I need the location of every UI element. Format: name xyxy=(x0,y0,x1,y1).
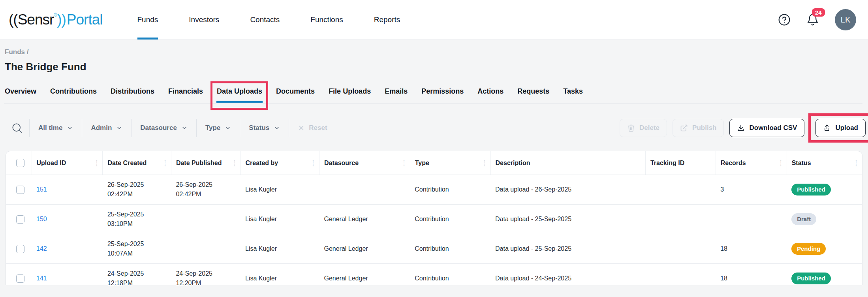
cell-type: Contribution xyxy=(410,175,490,205)
cell-type: Contribution xyxy=(410,205,490,234)
tab-documents[interactable]: Documents xyxy=(276,86,315,96)
upload-id-link[interactable]: 141 xyxy=(36,275,47,282)
cell-tracking-id xyxy=(645,264,716,286)
select-all-checkbox[interactable] xyxy=(16,159,24,167)
column-label: Date Created xyxy=(107,160,147,167)
row-checkbox[interactable] xyxy=(16,186,24,194)
chevron-down-icon xyxy=(116,125,122,131)
top-header: ((Sensr®))Portal Funds Investors Contact… xyxy=(0,0,868,40)
column-label: Status xyxy=(792,160,811,167)
filter-label: All time xyxy=(38,124,62,132)
breadcrumb[interactable]: Funds / xyxy=(4,48,862,56)
column-header-id[interactable]: Upload ID↑↓ xyxy=(32,151,103,175)
column-header-records[interactable]: Records↑↓ xyxy=(716,151,787,175)
page-content: Funds / The Bridge Fund Overview Contrib… xyxy=(0,40,868,285)
brand-logo[interactable]: ((Sensr®))Portal xyxy=(9,11,102,28)
publish-button[interactable]: Publish xyxy=(673,119,724,137)
status-badge: Pending xyxy=(791,243,826,255)
nav-item-functions[interactable]: Functions xyxy=(310,0,343,39)
cell-date-published: 24-Sep-202512:20PM xyxy=(171,264,240,286)
cell-datasource: General Ledger xyxy=(319,205,410,234)
chevron-down-icon xyxy=(67,125,73,131)
column-header-created[interactable]: Date Created↑↓ xyxy=(103,151,171,175)
topbar-right: 24 LK xyxy=(778,9,856,30)
column-header-datasource[interactable]: Datasource↑↓ xyxy=(319,151,410,175)
search-button[interactable] xyxy=(11,122,23,134)
data-uploads-table-card: Upload ID↑↓Date Created↑↓Date Published↑… xyxy=(6,151,862,285)
column-header-published[interactable]: Date Published↑↓ xyxy=(171,151,240,175)
logo-close-parens: )) xyxy=(57,11,66,28)
reset-filters-button[interactable]: Reset xyxy=(289,124,336,132)
tab-distributions[interactable]: Distributions xyxy=(111,86,154,96)
sort-arrows-icon[interactable]: ↑↓ xyxy=(95,160,98,167)
sort-arrows-icon[interactable]: ↑↓ xyxy=(483,160,486,167)
column-label: Date Published xyxy=(176,160,222,167)
tab-financials[interactable]: Financials xyxy=(168,86,203,96)
upload-id-link[interactable]: 151 xyxy=(36,186,47,193)
column-header-type[interactable]: Type↑↓ xyxy=(410,151,490,175)
avatar[interactable]: LK xyxy=(835,9,856,30)
column-label: Created by xyxy=(246,160,278,167)
notifications-button[interactable]: 24 xyxy=(806,13,819,26)
help-button[interactable] xyxy=(778,13,791,26)
delete-button[interactable]: Delete xyxy=(620,119,667,137)
chevron-down-icon xyxy=(181,125,188,131)
cell-description: Data upload - 24-Sep-2025 xyxy=(490,264,645,286)
upload-id-link[interactable]: 150 xyxy=(36,216,47,222)
nav-item-investors[interactable]: Investors xyxy=(189,0,219,39)
filter-datasource[interactable]: Datasource xyxy=(132,124,196,132)
tab-emails[interactable]: Emails xyxy=(385,86,408,96)
filter-status[interactable]: Status xyxy=(240,124,289,132)
tab-actions[interactable]: Actions xyxy=(477,86,504,96)
status-badge: Published xyxy=(791,273,831,284)
sort-arrows-icon[interactable]: ↑↓ xyxy=(780,160,782,167)
tab-requests[interactable]: Requests xyxy=(517,86,549,96)
data-uploads-table: Upload ID↑↓Date Created↑↓Date Published↑… xyxy=(6,151,862,285)
tab-contributions[interactable]: Contributions xyxy=(50,86,97,96)
cell-select xyxy=(6,175,32,205)
row-checkbox[interactable] xyxy=(16,274,24,283)
column-header-status[interactable]: Status↑↓ xyxy=(787,151,862,175)
tab-data-uploads[interactable]: Data Uploads xyxy=(217,86,262,96)
tab-file-uploads[interactable]: File Uploads xyxy=(329,86,371,96)
row-checkbox[interactable] xyxy=(16,215,24,224)
column-header-createdby[interactable]: Created by↑↓ xyxy=(240,151,319,175)
table-row: 14225-Sep-202510:07AMLisa KuglerGeneral … xyxy=(6,234,862,264)
cell-description: Data upload - 25-Sep-2025 xyxy=(490,205,645,234)
upload-button[interactable]: Upload xyxy=(815,119,866,137)
cell-records: 18 xyxy=(716,264,787,286)
chevron-down-icon xyxy=(225,125,231,131)
download-csv-button[interactable]: Download CSV xyxy=(729,119,804,137)
cell-date-created: 25-Sep-202503:10PM xyxy=(103,205,171,234)
search-icon xyxy=(11,122,23,134)
filter-type[interactable]: Type xyxy=(197,124,240,132)
sort-arrows-icon[interactable]: ↑↓ xyxy=(164,160,166,167)
fund-tabs: Overview Contributions Distributions Fin… xyxy=(4,86,862,103)
cell-status: Published xyxy=(787,175,862,205)
sort-arrows-icon[interactable]: ↑↓ xyxy=(403,160,405,167)
filter-date-range[interactable]: All time xyxy=(30,124,82,132)
download-csv-label: Download CSV xyxy=(749,124,797,132)
nav-item-funds[interactable]: Funds xyxy=(137,0,158,39)
sort-arrows-icon[interactable]: ↑↓ xyxy=(855,160,857,167)
column-label: Tracking ID xyxy=(650,160,684,167)
cell-datasource: General Ledger xyxy=(319,264,410,286)
filter-admin[interactable]: Admin xyxy=(82,124,131,132)
cell-date-created: 24-Sep-202512:18PM xyxy=(103,264,171,286)
notification-count-badge: 24 xyxy=(812,8,825,17)
cell-select xyxy=(6,234,32,264)
nav-item-contacts[interactable]: Contacts xyxy=(250,0,280,39)
cell-select xyxy=(6,264,32,286)
tab-tasks[interactable]: Tasks xyxy=(563,86,583,96)
nav-item-reports[interactable]: Reports xyxy=(374,0,400,39)
row-checkbox[interactable] xyxy=(16,245,24,253)
cell-created-by: Lisa Kugler xyxy=(240,234,319,264)
tab-permissions[interactable]: Permissions xyxy=(421,86,464,96)
upload-label: Upload xyxy=(835,124,858,132)
upload-id-link[interactable]: 142 xyxy=(36,245,47,252)
cell-upload-id: 142 xyxy=(32,234,103,264)
sort-arrows-icon[interactable]: ↑↓ xyxy=(312,160,314,167)
sort-arrows-icon[interactable]: ↑↓ xyxy=(233,160,236,167)
tab-overview[interactable]: Overview xyxy=(5,86,36,96)
toolbar-actions: Delete Publish Download CSV Up xyxy=(620,117,862,139)
